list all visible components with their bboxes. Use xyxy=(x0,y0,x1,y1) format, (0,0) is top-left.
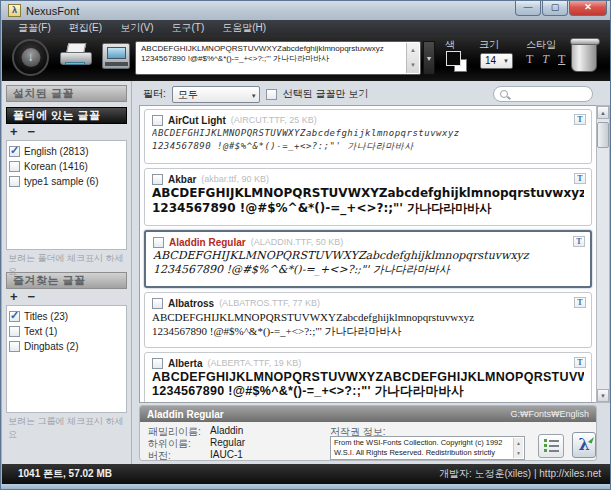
font-preview-line2: 1234567890 !@#$%^&*()-=_+<>?:;"' 가나다라마바사 xyxy=(152,384,584,398)
font-preview-line2: 1234567890 !@#$%^&*()-=_+<>?:;"' 가나다라마바사 xyxy=(153,263,583,277)
folder-item-korean[interactable]: Korean (1416) xyxy=(9,159,124,174)
font-file-info: (ALADDIN.TTF, 50 KB) xyxy=(251,237,344,247)
group-checkbox[interactable] xyxy=(9,341,20,352)
favorites-header[interactable]: 즐겨찾는 글꼴 xyxy=(6,272,127,289)
group-checkbox[interactable] xyxy=(9,311,20,322)
maximize-button[interactable]: ▢ xyxy=(542,1,568,16)
group-label: Text (1) xyxy=(24,326,57,337)
filterbar: 필터: 모두 ▼ 선택된 글꼴만 보기 xyxy=(133,83,611,105)
remove-folder-button[interactable]: − xyxy=(28,126,36,138)
sample-text-dropdown[interactable]: ▼ xyxy=(423,41,435,75)
font-checkbox[interactable] xyxy=(152,298,163,309)
add-folder-button[interactable]: + xyxy=(10,126,18,138)
titlebar[interactable]: λ NexusFont — ▢ ✕ xyxy=(1,1,611,20)
remove-group-button[interactable]: − xyxy=(28,291,36,303)
font-checkbox[interactable] xyxy=(152,115,163,126)
search-icon xyxy=(500,90,508,98)
close-button[interactable]: ✕ xyxy=(569,1,607,16)
group-hint: 보려는 그룹에 체크표시 하세요 xyxy=(6,413,127,443)
font-card-aladdin[interactable]: Aladdin Regular (ALADDIN.TTF, 50 KB) T A… xyxy=(144,230,592,288)
font-name: Alberta xyxy=(168,358,202,369)
filter-select[interactable]: 모두 ▼ xyxy=(172,86,260,103)
group-checkbox[interactable] xyxy=(9,326,20,337)
underline-button[interactable]: T xyxy=(558,52,565,67)
sidebar: 설치된 글꼴 폴더에 있는 글꼴 + − English (2813) Kore… xyxy=(2,81,132,464)
font-card-alberta[interactable]: Alberta (ALBERTA.TTF, 19 KB) T ABCDEFGHI… xyxy=(144,352,592,403)
font-type-icon: T xyxy=(574,297,586,308)
statusbar: 1041 폰트, 57.02 MB 개발자: 노정훈(xiles) | http… xyxy=(2,464,611,484)
bold-button[interactable]: T xyxy=(526,52,533,67)
font-info-panel: Aladdin Regular G:₩Fonts₩English 패밀리이름: … xyxy=(139,405,597,461)
version-label: 버전: xyxy=(148,449,210,463)
add-group-button[interactable]: + xyxy=(10,291,18,303)
font-type-icon: T xyxy=(574,114,586,125)
chevron-down-icon: ▼ xyxy=(251,89,257,104)
search-input[interactable] xyxy=(493,86,593,102)
group-list: Titles (23) Text (1) Dingbats (2) xyxy=(6,305,127,413)
folder-label: Korean (1416) xyxy=(24,161,88,172)
menu-tools[interactable]: 도구(T) xyxy=(163,20,212,36)
chevron-down-icon: ▼ xyxy=(501,55,511,67)
italic-button[interactable]: T xyxy=(542,52,549,67)
copyright-scroll[interactable]: ▲▼ xyxy=(513,438,523,458)
show-selected-checkbox[interactable] xyxy=(266,89,277,100)
trash-button[interactable] xyxy=(571,40,597,72)
details-list-button[interactable] xyxy=(538,434,564,458)
nexusfont-window: λ NexusFont — ▢ ✕ 글꼴(F) 편집(E) 보기(V) 도구(T… xyxy=(0,0,611,490)
font-checkbox[interactable] xyxy=(153,237,164,248)
font-name: Albatross xyxy=(168,298,214,309)
font-checkbox[interactable] xyxy=(152,358,163,369)
font-name: Akbar xyxy=(168,174,196,185)
print-button[interactable] xyxy=(60,43,92,69)
scroll-up-icon[interactable]: ▲ xyxy=(597,106,609,119)
menu-help[interactable]: 도움말(H) xyxy=(214,20,274,36)
folder-fonts-header[interactable]: 폴더에 있는 글꼴 xyxy=(6,107,127,124)
copyright-textbox[interactable]: From the WSI-Fonts Collection. Copyright… xyxy=(330,436,525,460)
font-size-select[interactable]: 14 ▼ xyxy=(480,53,513,69)
font-card-aircut[interactable]: AirCut Light (AIRCUT.TTF, 25 KB) T ABCDE… xyxy=(144,109,592,164)
content-area: 필터: 모두 ▼ 선택된 글꼴만 보기 AirCut Light xyxy=(133,81,611,464)
font-type-icon: T xyxy=(574,173,586,184)
font-color-swatch[interactable] xyxy=(446,51,461,66)
font-card-albatross[interactable]: Albatross (ALBATROS.TTF, 77 KB) T ABCDEF… xyxy=(144,292,592,348)
font-preview-line1: ABCDEFGHIJKLMNOPQRSTUVWXYZabcdefghijklmn… xyxy=(152,310,584,324)
nexusfont-logo-icon[interactable]: λ xyxy=(572,432,596,458)
info-font-name: Aladdin Regular xyxy=(147,409,224,420)
group-item-text[interactable]: Text (1) xyxy=(9,324,124,339)
sample-text-input[interactable]: ABCDEFGHIJKLMNOPQRSTUVWXYZabcdefghijklmn… xyxy=(135,41,421,75)
font-list-scrollbar[interactable]: ▲ ▼ xyxy=(596,105,610,403)
folder-hint: 보려는 폴더에 체크표시 하세요 xyxy=(6,250,127,272)
scroll-down-icon[interactable]: ▼ xyxy=(597,389,609,402)
sample-text-line2: 1234567890 !@#$%^&*()-=_+<>?:;"' 가나다라마바사 xyxy=(141,54,404,64)
group-item-titles[interactable]: Titles (23) xyxy=(9,309,124,324)
copyright-line2: W.S.I. All Rights Reserved. Redistributi… xyxy=(334,448,512,458)
show-selected-label: 선택된 글꼴만 보기 xyxy=(283,87,369,101)
menu-font[interactable]: 글꼴(F) xyxy=(10,20,59,36)
installed-fonts-header[interactable]: 설치된 글꼴 xyxy=(6,85,127,102)
font-size-value: 14 xyxy=(485,55,496,66)
folder-checkbox[interactable] xyxy=(9,146,20,157)
group-label: Titles (23) xyxy=(24,311,68,322)
scrollbar-thumb[interactable] xyxy=(597,122,609,148)
font-list: AirCut Light (AIRCUT.TTF, 25 KB) T ABCDE… xyxy=(139,105,597,403)
menu-edit[interactable]: 편집(E) xyxy=(61,20,110,36)
font-checkbox[interactable] xyxy=(152,174,163,185)
sample-text-spinner[interactable]: ▲▼ xyxy=(406,43,419,73)
font-name: Aladdin Regular xyxy=(169,237,246,248)
install-font-button[interactable]: ↓ xyxy=(12,39,49,76)
folder-label: English (2813) xyxy=(24,146,88,157)
font-card-akbar[interactable]: Akbar (akbar.ttf, 90 KB) T ABCDEFGHIJKLM… xyxy=(144,168,592,226)
folder-list: English (2813) Korean (1416) type1 sampl… xyxy=(6,140,127,250)
folder-item-type1[interactable]: type1 sample (6) xyxy=(9,174,124,189)
developer-info[interactable]: 개발자: 노정훈(xiles) | http://xiles.net xyxy=(439,467,601,481)
folder-checkbox[interactable] xyxy=(9,161,20,172)
font-preview-line1: ABCDEFGHIJKLMNOPQRSTUVWXYZabcdefghijklmn… xyxy=(152,127,584,140)
folder-checkbox[interactable] xyxy=(9,176,20,187)
font-preview-line2: 1234567890 !@#$%^&*()-=_+<>?:;"' 가나다라마바사 xyxy=(152,201,584,216)
menu-view[interactable]: 보기(V) xyxy=(112,20,161,36)
font-preview-line2: 1234567890 !@#$%^&*()-=_+<>?:;"' 가나다라마바사 xyxy=(152,324,584,338)
group-item-dingbats[interactable]: Dingbats (2) xyxy=(9,339,124,354)
preview-image-button[interactable] xyxy=(102,43,130,69)
folder-item-english[interactable]: English (2813) xyxy=(9,144,124,159)
minimize-button[interactable]: — xyxy=(515,1,541,16)
